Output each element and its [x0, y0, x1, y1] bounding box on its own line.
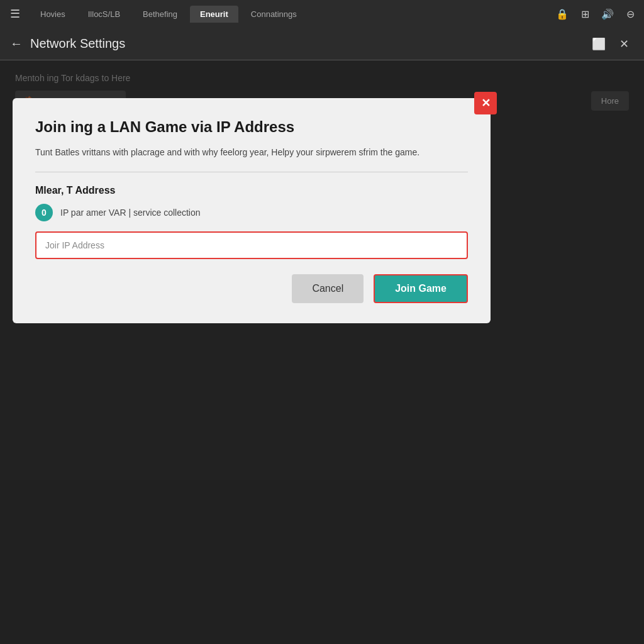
modal-field-label: Mlear, T Address	[35, 185, 468, 196]
tab-illocs[interactable]: IllocS/LB	[78, 6, 130, 23]
ip-address-input[interactable]	[35, 231, 468, 259]
tab-bar-actions: 🔒 ⊞ 🔊 ⊖	[553, 5, 639, 23]
join-game-button[interactable]: Join Game	[374, 274, 468, 303]
modal-description: Tunt Batles vrittans with placrage and w…	[35, 146, 468, 159]
modal-dialog: ✕ Join ing a LAN Game via IP Address Tun…	[13, 98, 491, 323]
header-bar: ← Network Settings ⬜ ✕	[0, 28, 644, 60]
page-title: Network Settings	[30, 36, 584, 51]
modal-actions: Cancel Join Game	[35, 274, 468, 303]
cancel-button[interactable]: Cancel	[292, 274, 364, 303]
tab-connatinngs[interactable]: Connatinngs	[241, 6, 307, 23]
back-button[interactable]: ←	[10, 36, 23, 51]
info-badge: 0	[35, 204, 53, 221]
lock-icon[interactable]: 🔒	[553, 5, 571, 23]
tab-bar: ☰ Hovies IllocS/LB Bethefing Eneurit Con…	[0, 0, 644, 28]
grid-icon[interactable]: ⊞	[576, 5, 594, 23]
close-icon[interactable]: ✕	[614, 34, 634, 54]
modal-divider	[35, 172, 468, 172]
close-x-icon: ✕	[481, 96, 491, 110]
modal-close-button[interactable]: ✕	[474, 92, 497, 114]
main-content: Mentoh ing Tor kdags to Here 🏠 Odurtrair…	[0, 60, 644, 644]
modal-info-row: 0 IP par amer VAR | service collection	[35, 204, 468, 221]
menu-icon[interactable]: ☰	[5, 4, 25, 24]
tab-bethefing[interactable]: Bethefing	[133, 6, 187, 23]
tab-hovies[interactable]: Hovies	[30, 6, 75, 23]
modal-title: Join ing a LAN Game via IP Address	[35, 118, 468, 136]
sound-icon[interactable]: 🔊	[599, 5, 616, 23]
tab-eneurit[interactable]: Eneurit	[190, 6, 238, 23]
info-text: IP par amer VAR | service collection	[60, 208, 201, 218]
modal-overlay: ✕ Join ing a LAN Game via IP Address Tun…	[0, 60, 644, 644]
search-icon[interactable]: ⬜	[589, 34, 609, 54]
minus-circle-icon[interactable]: ⊖	[621, 5, 639, 23]
